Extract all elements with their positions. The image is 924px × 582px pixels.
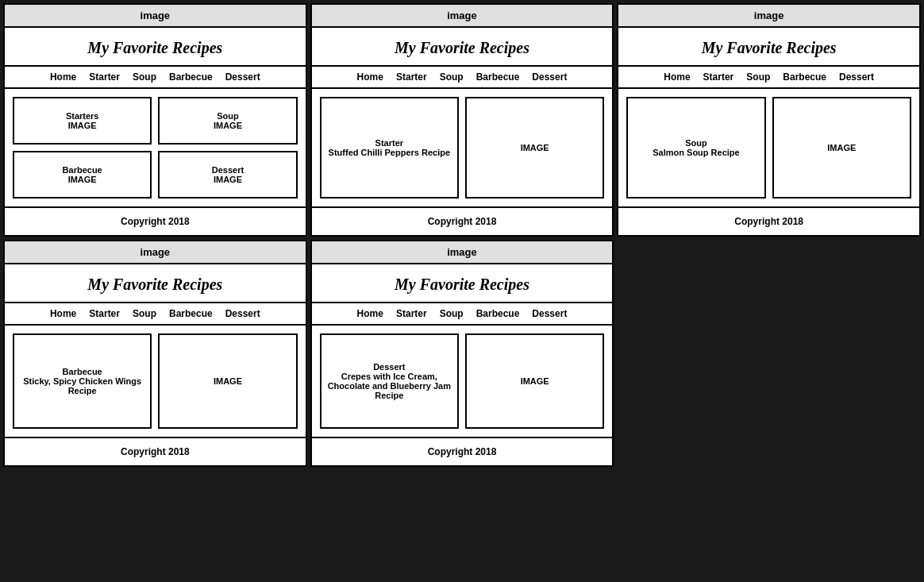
- image-banner-barbecue: image: [5, 241, 306, 264]
- nav-item-home[interactable]: Home: [50, 308, 76, 319]
- nav-item-starter[interactable]: Starter: [89, 71, 120, 83]
- card-footer-barbecue: Copyright 2018: [5, 437, 306, 465]
- card-dessert: imageMy Favorite RecipesHomeStarterSoupB…: [310, 240, 614, 467]
- nav-item-soup[interactable]: Soup: [133, 308, 156, 319]
- nav-item-barbecue[interactable]: Barbecue: [476, 308, 520, 319]
- card-nav-starter: HomeStarterSoupBarbecueDessert: [312, 65, 613, 89]
- card-nav-soup: HomeStarterSoupBarbecueDessert: [618, 65, 919, 89]
- content-item-soup-0: Soup Salmon Soup Recipe: [626, 97, 765, 198]
- content-item-home-0: Starters IMAGE: [13, 97, 152, 145]
- card-nav-dessert: HomeStarterSoupBarbecueDessert: [312, 302, 613, 326]
- card-title-soup: My Favorite Recipes: [618, 28, 919, 65]
- card-footer-dessert: Copyright 2018: [312, 437, 613, 465]
- card-title-dessert: My Favorite Recipes: [312, 264, 613, 302]
- card-title-barbecue: My Favorite Recipes: [5, 264, 306, 302]
- content-grid-home: Starters IMAGESoup IMAGEBarbecue IMAGEDe…: [5, 89, 306, 206]
- card-title-starter: My Favorite Recipes: [312, 28, 613, 65]
- image-banner-home: image: [5, 5, 306, 28]
- nav-item-barbecue[interactable]: Barbecue: [169, 71, 213, 83]
- nav-item-dessert[interactable]: Dessert: [532, 308, 567, 319]
- nav-item-dessert[interactable]: Dessert: [532, 71, 567, 83]
- content-grid-barbecue: Barbecue Sticky, Spicy Chicken Wings Rec…: [5, 326, 306, 437]
- content-item-dessert-1: IMAGE: [465, 333, 604, 429]
- image-banner-dessert: image: [312, 241, 613, 264]
- content-grid-soup: Soup Salmon Soup RecipeIMAGE: [618, 89, 919, 206]
- content-item-starter-1: IMAGE: [465, 97, 604, 198]
- card-starter: imageMy Favorite RecipesHomeStarterSoupB…: [310, 3, 614, 237]
- content-item-home-3: Dessert IMAGE: [158, 151, 297, 198]
- nav-item-soup[interactable]: Soup: [440, 71, 464, 83]
- card-title-home: My Favorite Recipes: [5, 28, 306, 65]
- nav-item-dessert[interactable]: Dessert: [839, 71, 874, 83]
- card-soup: imageMy Favorite RecipesHomeStarterSoupB…: [617, 3, 921, 237]
- card-nav-home: HomeStarterSoupBarbecueDessert: [5, 65, 306, 89]
- content-item-barbecue-0: Barbecue Sticky, Spicy Chicken Wings Rec…: [13, 333, 152, 429]
- nav-item-home[interactable]: Home: [50, 71, 76, 83]
- image-banner-soup: image: [618, 5, 919, 28]
- content-item-soup-1: IMAGE: [772, 97, 911, 198]
- main-grid: imageMy Favorite RecipesHomeStarterSoupB…: [3, 3, 921, 467]
- nav-item-soup[interactable]: Soup: [133, 71, 156, 83]
- content-item-starter-0: Starter Stuffed Chilli Peppers Recipe: [320, 97, 459, 198]
- nav-item-starter[interactable]: Starter: [703, 71, 734, 83]
- empty-cell: [617, 240, 921, 467]
- nav-item-home[interactable]: Home: [357, 71, 383, 83]
- content-item-dessert-0: Dessert Crepes with Ice Cream, Chocolate…: [320, 333, 459, 429]
- nav-item-starter[interactable]: Starter: [89, 308, 120, 319]
- card-footer-home: Copyright 2018: [5, 206, 306, 235]
- nav-item-home[interactable]: Home: [357, 308, 383, 319]
- content-grid-starter: Starter Stuffed Chilli Peppers RecipeIMA…: [312, 89, 613, 206]
- nav-item-barbecue[interactable]: Barbecue: [169, 308, 213, 319]
- card-home: imageMy Favorite RecipesHomeStarterSoupB…: [3, 3, 307, 237]
- content-item-barbecue-1: IMAGE: [158, 333, 297, 429]
- nav-item-barbecue[interactable]: Barbecue: [783, 71, 826, 83]
- nav-item-dessert[interactable]: Dessert: [225, 71, 260, 83]
- card-barbecue: imageMy Favorite RecipesHomeStarterSoupB…: [3, 240, 307, 467]
- content-item-home-1: Soup IMAGE: [158, 97, 297, 145]
- nav-item-home[interactable]: Home: [664, 71, 690, 83]
- nav-item-soup[interactable]: Soup: [746, 71, 770, 83]
- card-footer-starter: Copyright 2018: [312, 206, 613, 235]
- nav-item-starter[interactable]: Starter: [396, 71, 427, 83]
- content-item-home-2: Barbecue IMAGE: [13, 151, 152, 198]
- card-footer-soup: Copyright 2018: [618, 206, 919, 235]
- content-grid-dessert: Dessert Crepes with Ice Cream, Chocolate…: [312, 326, 613, 437]
- nav-item-dessert[interactable]: Dessert: [225, 308, 260, 319]
- card-nav-barbecue: HomeStarterSoupBarbecueDessert: [5, 302, 306, 326]
- nav-item-soup[interactable]: Soup: [440, 308, 464, 319]
- image-banner-starter: image: [312, 5, 613, 28]
- nav-item-barbecue[interactable]: Barbecue: [476, 71, 520, 83]
- nav-item-starter[interactable]: Starter: [396, 308, 427, 319]
